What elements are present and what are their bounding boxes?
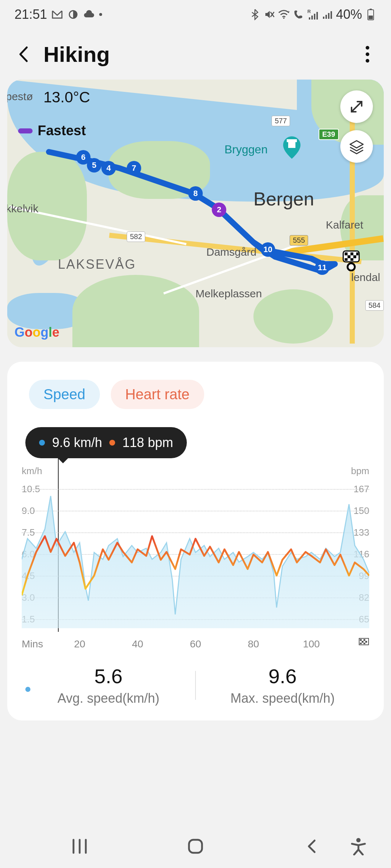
volte-icon <box>293 9 304 20</box>
svg-point-17 <box>366 46 369 50</box>
km-marker-4[interactable]: 4 <box>101 161 116 175</box>
svg-text:+: + <box>287 10 290 14</box>
km-marker-5[interactable]: 5 <box>87 158 101 173</box>
chart-svg <box>22 484 369 628</box>
x-tick-40: 40 <box>109 638 167 650</box>
google-attribution: Google <box>14 325 59 340</box>
svg-text:R: R <box>307 9 311 14</box>
mute-icon <box>264 9 275 20</box>
svg-rect-8 <box>314 14 315 20</box>
svg-rect-13 <box>331 11 332 19</box>
svg-rect-16 <box>369 16 373 19</box>
gmail-icon <box>51 9 63 20</box>
nav-recents-button[interactable] <box>65 835 94 857</box>
km-marker-10[interactable]: 10 <box>261 242 275 257</box>
km-marker-8[interactable]: 8 <box>188 186 203 201</box>
chip-speed[interactable]: Speed <box>29 380 100 409</box>
svg-point-42 <box>356 838 361 842</box>
stat-avg-label: Avg. speed(km/h) <box>22 691 195 706</box>
svg-rect-11 <box>325 15 327 19</box>
nav-home-button[interactable] <box>181 835 210 857</box>
km-marker-7[interactable]: 7 <box>127 161 141 175</box>
x-tick-20: 20 <box>51 638 109 650</box>
battery-icon <box>365 9 377 20</box>
map-label-melkeplassen: Melkeplassen <box>196 288 262 300</box>
chart-area[interactable]: km/h bpm 10.5 167 9.0 150 7.5 133 6.0 11… <box>22 465 369 650</box>
svg-rect-21 <box>345 252 348 255</box>
map-label-bergen: Bergen <box>253 188 314 210</box>
svg-point-28 <box>348 263 355 271</box>
stat-avg-value: 5.6 <box>22 664 195 688</box>
road-shield-e39: E39 <box>319 129 339 140</box>
x-axis: Mins 20 40 60 80 100 <box>22 638 369 650</box>
svg-rect-26 <box>345 258 348 261</box>
svg-rect-32 <box>360 639 362 641</box>
battery-percent: 40% <box>336 7 362 22</box>
svg-rect-7 <box>311 16 313 20</box>
tooltip-hr-value: 118 bpm <box>122 435 173 450</box>
stats-row: 5.6 Avg. speed(km/h) 9.6 Max. speed(km/h… <box>22 664 369 706</box>
stats-series-dot-icon <box>25 687 30 692</box>
svg-rect-36 <box>360 643 362 644</box>
chip-heart-rate[interactable]: Heart rate <box>111 380 204 409</box>
map-view[interactable]: 6 5 4 7 8 2 10 11 13.0°C Fastest Bergen … <box>7 80 384 347</box>
svg-rect-34 <box>362 641 363 643</box>
map-layers-button[interactable] <box>340 130 373 163</box>
metric-chips: Speed Heart rate <box>22 380 369 409</box>
tooltip-speed-value: 9.6 km/h <box>52 435 102 450</box>
more-options-button[interactable] <box>358 45 377 63</box>
x-label-mins: Mins <box>22 638 51 650</box>
svg-rect-10 <box>323 17 324 19</box>
km-marker-11[interactable]: 11 <box>315 260 329 275</box>
svg-rect-41 <box>189 840 202 853</box>
legend-label: Fastest <box>38 123 86 139</box>
svg-rect-29 <box>288 141 295 148</box>
svg-rect-33 <box>363 639 365 641</box>
status-right: + R 40% <box>249 7 377 22</box>
svg-rect-35 <box>365 641 367 643</box>
svg-rect-22 <box>350 252 353 255</box>
wifi-icon: + <box>278 9 290 20</box>
signal-icon <box>321 9 333 20</box>
svg-point-18 <box>366 52 369 56</box>
nav-back-button[interactable] <box>297 835 326 857</box>
expand-map-button[interactable] <box>340 90 373 123</box>
page-title: Hiking <box>43 42 348 67</box>
tooltip-speed-dot-icon <box>39 440 45 446</box>
status-left: 21:51 <box>14 7 102 22</box>
road-shield-555: 555 <box>290 235 308 246</box>
poi-marker-bryggen[interactable] <box>282 136 300 157</box>
y-right-unit: bpm <box>351 465 369 477</box>
clock: 21:51 <box>14 7 47 22</box>
signal-r-icon: R <box>307 9 319 20</box>
chart-finish-flag-icon <box>358 638 369 650</box>
map-label-laksevag: LAKSEVÅG <box>58 257 136 272</box>
back-button[interactable] <box>14 45 33 63</box>
chart-tooltip: 9.6 km/h 118 bpm <box>25 427 187 458</box>
map-label-pesto: pestø <box>7 90 33 103</box>
svg-rect-23 <box>356 252 358 255</box>
svg-rect-27 <box>350 258 353 261</box>
cloud-icon <box>83 9 95 20</box>
tooltip-hr-dot-icon <box>109 440 115 446</box>
map-temperature: 13.0°C <box>43 89 90 106</box>
accessibility-button[interactable] <box>344 835 373 857</box>
chart-card: Speed Heart rate 9.6 km/h 118 bpm km/h b… <box>7 362 384 720</box>
stat-max-speed: 9.6 Max. speed(km/h) <box>196 664 369 706</box>
svg-rect-15 <box>370 9 372 10</box>
svg-rect-6 <box>309 17 310 20</box>
x-tick-100: 100 <box>282 638 340 650</box>
header: Hiking <box>0 29 391 80</box>
stat-max-label: Max. speed(km/h) <box>196 691 369 706</box>
svg-point-3 <box>283 17 285 19</box>
dot-icon <box>99 13 102 16</box>
svg-rect-9 <box>316 12 318 20</box>
system-nav-bar <box>0 825 391 868</box>
stat-max-value: 9.6 <box>196 664 369 688</box>
km-marker-2-fastest[interactable]: 2 <box>212 203 226 217</box>
stat-avg-speed: 5.6 Avg. speed(km/h) <box>22 664 195 706</box>
road-shield-584: 584 <box>365 300 384 311</box>
map-label-damsgard: Damsgård <box>206 246 256 258</box>
legend-pill-icon <box>18 128 33 133</box>
x-tick-80: 80 <box>224 638 282 650</box>
